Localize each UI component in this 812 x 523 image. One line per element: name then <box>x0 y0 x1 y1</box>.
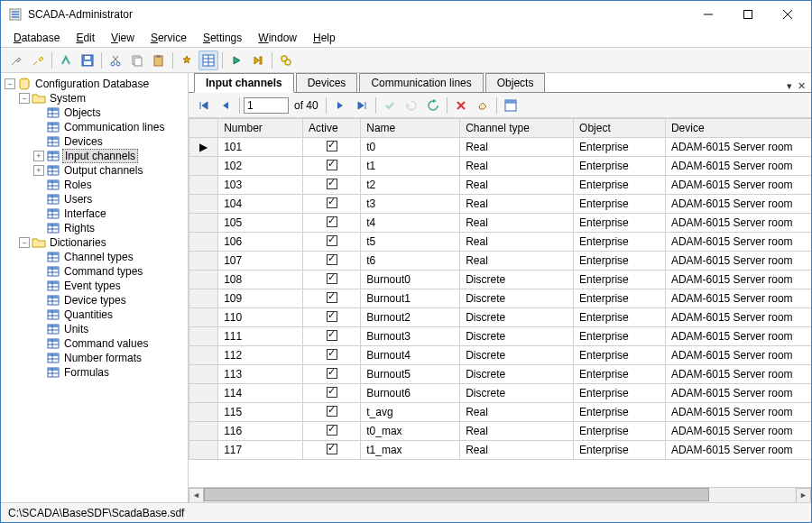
checkbox-icon[interactable] <box>327 273 337 284</box>
tree-item-configuration-database[interactable]: −Configuration Database <box>5 77 188 91</box>
cell-device[interactable]: ADAM-6015 Server room <box>665 422 811 441</box>
cell-channel-type[interactable]: Real <box>460 176 574 195</box>
tree-item-device-types[interactable]: Device types <box>33 293 188 307</box>
tree-item-channel-types[interactable]: Channel types <box>33 250 188 264</box>
cell-name[interactable]: Burnout5 <box>361 365 460 384</box>
cell-device[interactable]: ADAM-6015 Server room <box>665 176 811 195</box>
table-row[interactable]: 117t1_maxRealEnterpriseADAM-6015 Server … <box>189 441 812 460</box>
table-row[interactable]: 109Burnout1DiscreteEnterpriseADAM-6015 S… <box>189 289 812 308</box>
cell-active[interactable] <box>302 233 360 252</box>
close-button[interactable] <box>768 2 807 27</box>
table-row[interactable]: ▶101t0RealEnterpriseADAM-6015 Server roo… <box>189 138 812 157</box>
tab-devices[interactable]: Devices <box>296 73 358 92</box>
menu-window[interactable]: Window <box>251 30 304 46</box>
checkbox-icon[interactable] <box>327 235 337 246</box>
cell-number[interactable]: 101 <box>218 138 303 157</box>
tree-item-objects[interactable]: Objects <box>33 106 188 120</box>
cell-active[interactable] <box>302 327 360 346</box>
cell-device[interactable]: ADAM-6015 Server room <box>665 365 811 384</box>
tree-item-event-types[interactable]: Event types <box>33 279 188 293</box>
cell-object[interactable]: Enterprise <box>574 403 666 422</box>
table-row[interactable]: 103t2RealEnterpriseADAM-6015 Server room… <box>189 176 812 195</box>
collapse-icon[interactable]: − <box>19 237 30 248</box>
cell-device[interactable]: ADAM-6015 Server room <box>665 138 811 157</box>
table-row[interactable]: 114Burnout6DiscreteEnterpriseADAM-6015 S… <box>189 384 812 403</box>
cell-active[interactable] <box>302 422 360 441</box>
cell-number[interactable]: 110 <box>218 308 303 327</box>
menu-settings[interactable]: Settings <box>196 30 249 46</box>
cell-device[interactable]: ADAM-6015 Server room <box>665 252 811 271</box>
table-row[interactable]: 108Burnout0DiscreteEnterpriseADAM-6015 S… <box>189 271 812 289</box>
cell-name[interactable]: Burnout1 <box>361 289 460 308</box>
cell-channel-type[interactable]: Discrete <box>460 327 574 346</box>
cell-channel-type[interactable]: Discrete <box>460 289 574 308</box>
tree-item-communication-lines[interactable]: Communication lines <box>33 120 188 134</box>
cell-channel-type[interactable]: Real <box>460 441 574 460</box>
cell-number[interactable]: 113 <box>218 365 303 384</box>
tab-menu-button[interactable]: ▾ <box>787 80 792 92</box>
cell-number[interactable]: 102 <box>218 157 303 176</box>
cell-object[interactable]: Enterprise <box>574 441 666 460</box>
tree-item-units[interactable]: Units <box>33 322 188 336</box>
cell-device[interactable]: ADAM-6015 Server room <box>665 308 811 327</box>
run-button[interactable] <box>226 50 246 70</box>
cell-active[interactable] <box>302 195 360 214</box>
prev-record-button[interactable] <box>216 96 235 115</box>
record-number-input[interactable] <box>244 97 289 114</box>
tree-item-number-formats[interactable]: Number formats <box>33 351 188 365</box>
checkbox-icon[interactable] <box>327 254 337 265</box>
cell-channel-type[interactable]: Real <box>460 233 574 252</box>
table-row[interactable]: 115t_avgRealEnterpriseADAM-6015 Server r… <box>189 403 812 422</box>
checkbox-icon[interactable] <box>327 425 337 436</box>
connect-button[interactable] <box>6 50 26 70</box>
cell-name[interactable]: Burnout3 <box>361 327 460 346</box>
tree-panel[interactable]: −Configuration Database−SystemObjectsCom… <box>1 73 189 502</box>
checkbox-icon[interactable] <box>327 444 337 454</box>
menu-help[interactable]: Help <box>306 30 343 46</box>
cell-active[interactable] <box>302 441 360 460</box>
cell-object[interactable]: Enterprise <box>574 384 666 403</box>
cell-name[interactable]: t1_max <box>361 441 460 460</box>
cell-device[interactable]: ADAM-6015 Server room <box>665 441 811 460</box>
cell-object[interactable]: Enterprise <box>574 422 666 441</box>
cell-channel-type[interactable]: Discrete <box>460 346 574 365</box>
checkbox-icon[interactable] <box>327 406 337 417</box>
minimize-button[interactable] <box>688 2 728 27</box>
rollback-button[interactable] <box>401 96 421 115</box>
table-row[interactable]: 102t1RealEnterpriseADAM-6015 Server room… <box>189 157 812 176</box>
cell-active[interactable] <box>302 289 360 308</box>
cell-number[interactable]: 109 <box>218 289 303 308</box>
table-row[interactable]: 106t5RealEnterpriseADAM-6015 Server room… <box>189 233 812 252</box>
cell-number[interactable]: 116 <box>218 422 303 441</box>
cell-object[interactable]: Enterprise <box>574 138 666 157</box>
properties-button[interactable] <box>501 96 521 115</box>
cell-device[interactable]: ADAM-6015 Server room <box>665 384 811 403</box>
cell-channel-type[interactable]: Real <box>460 252 574 271</box>
column-header-number[interactable]: Number <box>218 119 303 138</box>
cell-number[interactable]: 107 <box>218 252 303 271</box>
tree-item-output-channels[interactable]: +Output channels <box>33 163 188 178</box>
cell-device[interactable]: ADAM-6015 Server room <box>665 327 811 346</box>
checkbox-icon[interactable] <box>327 160 337 170</box>
table-row[interactable]: 111Burnout3DiscreteEnterpriseADAM-6015 S… <box>189 327 812 346</box>
cell-active[interactable] <box>302 271 360 289</box>
tree-item-dictionaries[interactable]: −Dictionaries <box>19 235 188 250</box>
cell-number[interactable]: 111 <box>218 327 303 346</box>
wizard-button[interactable] <box>177 50 197 70</box>
tree-item-interface[interactable]: Interface <box>33 206 188 221</box>
checkbox-icon[interactable] <box>327 368 337 379</box>
cell-number[interactable]: 105 <box>218 214 303 233</box>
cell-number[interactable]: 114 <box>218 384 303 403</box>
table-row[interactable]: 116t0_maxRealEnterpriseADAM-6015 Server … <box>189 422 812 441</box>
tree-item-devices[interactable]: Devices <box>33 134 188 149</box>
column-header-active[interactable]: Active <box>302 119 360 138</box>
tab-objects[interactable]: Objects <box>485 73 546 92</box>
cell-name[interactable]: t0_max <box>361 422 460 441</box>
expand-icon[interactable]: + <box>33 151 44 161</box>
tree-item-quantities[interactable]: Quantities <box>33 307 188 322</box>
menu-view[interactable]: View <box>104 30 142 46</box>
cell-object[interactable]: Enterprise <box>574 289 666 308</box>
cell-channel-type[interactable]: Real <box>460 195 574 214</box>
cell-object[interactable]: Enterprise <box>574 195 666 214</box>
copy-button[interactable] <box>127 50 147 70</box>
